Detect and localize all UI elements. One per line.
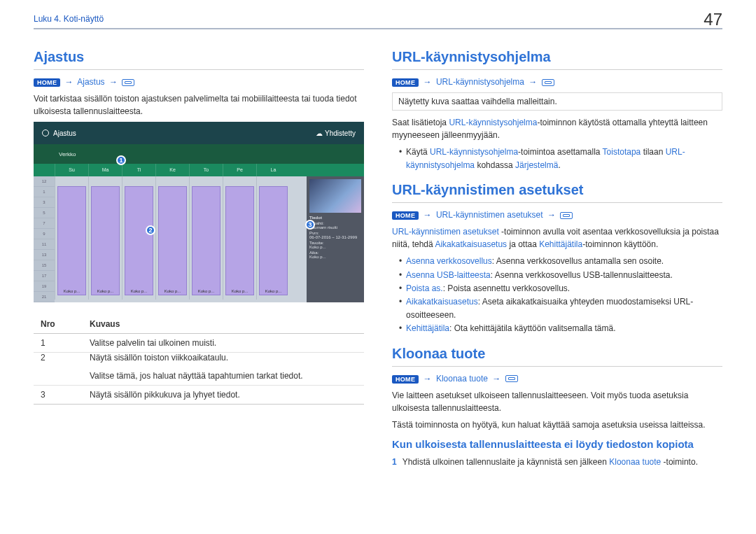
list-item: Aikakatkaisuasetus: Aseta aikakatkaisuai… bbox=[399, 295, 722, 322]
time-column: 121357911131517192123 bbox=[34, 176, 55, 302]
body-text: Tästä toiminnosta on hyötyä, kun haluat … bbox=[392, 419, 722, 431]
list-item: Käytä URL-käynnistysohjelma-toimintoa as… bbox=[399, 146, 722, 172]
note-box: Näytetty kuva saattaa vaihdella malleitt… bbox=[392, 92, 722, 111]
table-row: 2 Näytä sisällön toiston viikkoaikataulu… bbox=[34, 353, 364, 367]
bullet-list: Asenna verkkosovellus: Asenna verkkosove… bbox=[392, 255, 722, 335]
day-cell: To bbox=[189, 164, 223, 176]
arrow-icon: → bbox=[424, 77, 432, 87]
arrow-icon: → bbox=[492, 374, 500, 384]
breadcrumb-ajastus: HOME → Ajastus → bbox=[34, 77, 364, 87]
divider bbox=[392, 366, 722, 367]
arrow-icon: → bbox=[424, 210, 432, 220]
subsection-title: Kun ulkoisesta tallennuslaitteesta ei lö… bbox=[392, 438, 722, 450]
section-title-url-settings: URL-käynnistimen asetukset bbox=[392, 182, 722, 198]
breadcrumb-clone: HOME → Kloonaa tuote → bbox=[392, 374, 722, 384]
thumbnail bbox=[309, 179, 361, 213]
marker-2: 2 bbox=[146, 225, 155, 235]
right-column: URL-käynnistysohjelma HOME → URL-käynnis… bbox=[392, 49, 722, 468]
enter-icon bbox=[505, 375, 518, 382]
step-text: Yhdistä ulkoinen tallennuslaite ja käynn… bbox=[402, 456, 698, 468]
marker-3: 3 bbox=[305, 220, 315, 230]
home-badge: HOME bbox=[392, 78, 419, 87]
day-cell: La bbox=[256, 164, 290, 176]
arrow-icon: → bbox=[528, 77, 537, 87]
body-text: Vie laitteen asetukset ulkoiseen tallenn… bbox=[392, 389, 722, 414]
numbered-step: 1 Yhdistä ulkoinen tallennuslaite ja käy… bbox=[392, 456, 722, 468]
description-table: Nro Kuvaus 1 Valitse palvelin tai ulkoin… bbox=[34, 315, 364, 405]
enter-icon bbox=[122, 79, 134, 86]
home-badge: HOME bbox=[392, 211, 419, 220]
list-item: Asenna verkkosovellus: Asenna verkkosove… bbox=[399, 255, 722, 268]
screenshot-title: Ajastus bbox=[53, 129, 76, 137]
section-title-ajastus: Ajastus bbox=[34, 49, 364, 65]
list-item: Poista as.: Poista asennettu verkkosovel… bbox=[399, 282, 722, 295]
th-no: Nro bbox=[34, 315, 83, 334]
screenshot-side-panel: Tiedot Tapahti:Saumarn risolti Pvm:06-07… bbox=[307, 176, 364, 302]
list-item: Kehittäjätila: Ota kehittäjätila käyttöö… bbox=[399, 322, 722, 335]
step-number: 1 bbox=[392, 456, 397, 468]
left-column: Ajastus HOME → Ajastus → Voit tarkistaa … bbox=[34, 49, 364, 468]
section-title-url-launcher: URL-käynnistysohjelma bbox=[392, 49, 722, 65]
screenshot-connected: ☁ Yhdistetty bbox=[316, 129, 356, 137]
chapter-label: Luku 4. Koti-näyttö bbox=[34, 14, 722, 24]
section-title-clone: Kloonaa tuote bbox=[392, 346, 722, 362]
path-link: URL-käynnistysohjelma bbox=[436, 77, 524, 87]
screenshot-row2-label: Verkko bbox=[59, 151, 76, 157]
day-cell: Ti bbox=[122, 164, 155, 176]
day-cell: Su bbox=[55, 164, 88, 176]
arrow-icon: → bbox=[424, 374, 432, 384]
chart-area: Koko p... Koko p... Koko p... Koko p... … bbox=[55, 176, 307, 302]
arrow-icon: → bbox=[65, 77, 74, 87]
screenshot-weekdays: Su Ma Ti Ke To Pe La bbox=[34, 164, 364, 176]
page-number: 47 bbox=[704, 10, 722, 29]
screenshot-row2: Verkko bbox=[34, 144, 364, 164]
enter-icon bbox=[560, 212, 573, 219]
divider bbox=[34, 69, 364, 70]
path-link: Kloonaa tuote bbox=[436, 374, 488, 384]
day-cell: Pe bbox=[223, 164, 256, 176]
marker-1: 1 bbox=[116, 155, 126, 165]
divider bbox=[34, 28, 722, 29]
screenshot-body: 121357911131517192123 Koko p... Koko p..… bbox=[34, 176, 364, 302]
home-badge: HOME bbox=[392, 375, 419, 384]
divider bbox=[392, 69, 722, 70]
arrow-icon: → bbox=[547, 210, 556, 220]
day-cell bbox=[34, 164, 55, 176]
table-row: Valitse tämä, jos haluat näyttää tapahtu… bbox=[34, 367, 364, 386]
home-badge: HOME bbox=[34, 78, 60, 87]
th-desc: Kuvaus bbox=[83, 315, 364, 334]
divider bbox=[392, 202, 722, 203]
table-row: 1 Valitse palvelin tai ulkoinen muisti. bbox=[34, 334, 364, 353]
content-columns: Ajastus HOME → Ajastus → Voit tarkistaa … bbox=[34, 49, 722, 468]
table-row: 3 Näytä sisällön pikkukuva ja lyhyet tie… bbox=[34, 386, 364, 405]
clock-icon bbox=[42, 129, 49, 136]
breadcrumb-url-launcher: HOME → URL-käynnistysohjelma → bbox=[392, 77, 722, 87]
bullet-list: Käytä URL-käynnistysohjelma-toimintoa as… bbox=[392, 146, 722, 172]
body-text: Saat lisätietoja URL-käynnistysohjelma-t… bbox=[392, 116, 722, 141]
day-cell: Ma bbox=[88, 164, 122, 176]
day-cell: Ke bbox=[155, 164, 189, 176]
arrow-icon: → bbox=[109, 77, 118, 87]
body-text: URL-käynnistimen asetukset -toiminnon av… bbox=[392, 225, 722, 251]
path-link: URL-käynnistimen asetukset bbox=[436, 210, 543, 220]
intro-text: Voit tarkistaa sisällön toiston ajastuks… bbox=[34, 92, 364, 118]
screenshot-topbar: Ajastus ☁ Yhdistetty bbox=[34, 122, 364, 144]
path-link: Ajastus bbox=[77, 77, 104, 87]
breadcrumb-url-settings: HOME → URL-käynnistimen asetukset → bbox=[392, 210, 722, 220]
enter-icon bbox=[542, 79, 554, 86]
list-item: Asenna USB-laitteesta: Asenna verkkosove… bbox=[399, 269, 722, 282]
ajastus-screenshot: Ajastus ☁ Yhdistetty Verkko Su Ma Ti Ke … bbox=[34, 122, 364, 302]
